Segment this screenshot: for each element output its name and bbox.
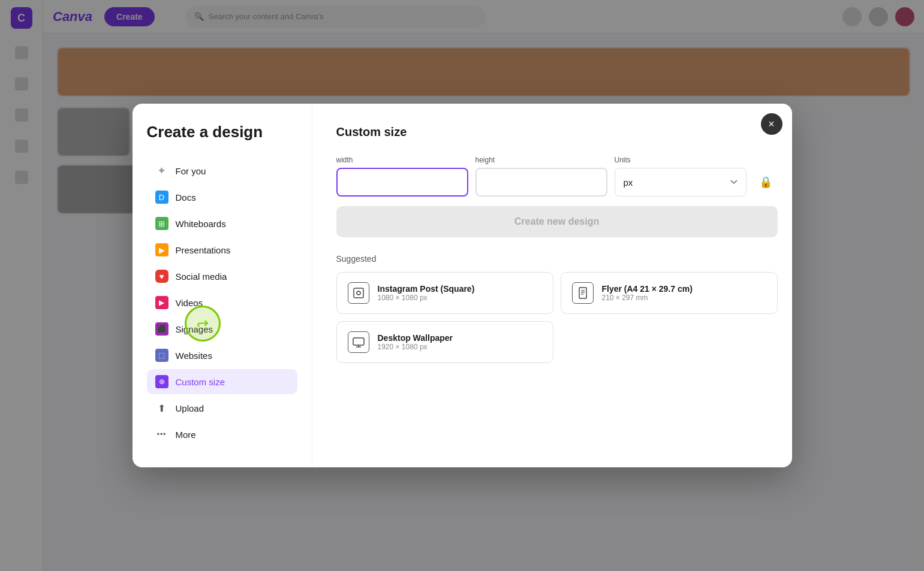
nav-item-label-presentations: Presentations xyxy=(176,245,231,255)
svg-rect-0 xyxy=(354,288,363,298)
nav-item-websites[interactable]: ⬚ Websites xyxy=(147,343,297,368)
lock-aspect-ratio-button[interactable]: 🔒 xyxy=(754,168,778,197)
instagram-post-dims: 1080 × 1080 px xyxy=(378,294,475,302)
suggested-label: Suggested xyxy=(336,254,778,264)
suggested-card-desktop-wallpaper[interactable]: Desktop Wallpaper 1920 × 1080 px xyxy=(336,321,553,363)
nav-item-label-custom-size: Custom size xyxy=(176,377,225,387)
videos-icon: ▶ xyxy=(155,296,168,309)
desktop-wallpaper-dims: 1920 × 1080 px xyxy=(378,343,453,351)
dimensions-row: width height Units px in cm mm xyxy=(336,156,778,197)
desktop-wallpaper-text: Desktop Wallpaper 1920 × 1080 px xyxy=(378,333,453,351)
nav-item-social-media[interactable]: ♥ Social media xyxy=(147,264,297,289)
modal-title: Create a design xyxy=(147,123,297,141)
nav-item-more[interactable]: ••• More xyxy=(147,422,297,447)
suggested-card-flyer[interactable]: Flyer (A4 21 × 29.7 cm) 210 × 297 mm xyxy=(561,272,778,314)
width-label: width xyxy=(336,156,468,164)
units-select[interactable]: px in cm mm xyxy=(615,168,747,197)
nav-item-label-docs: Docs xyxy=(176,192,196,203)
units-group: Units px in cm mm xyxy=(615,156,747,197)
nav-item-label-websites: Websites xyxy=(176,351,212,361)
nav-item-presentations[interactable]: ▶ Presentations xyxy=(147,237,297,262)
flyer-icon xyxy=(572,282,594,304)
instagram-post-icon xyxy=(348,282,369,304)
cursor-indicator: ↩ xyxy=(185,306,221,342)
flyer-text: Flyer (A4 21 × 29.7 cm) 210 × 297 mm xyxy=(602,284,693,302)
desktop-wallpaper-name: Desktop Wallpaper xyxy=(378,333,453,343)
websites-icon: ⬚ xyxy=(155,349,168,362)
svg-point-1 xyxy=(357,291,360,295)
more-icon: ••• xyxy=(155,428,168,441)
presentations-icon: ▶ xyxy=(155,243,168,256)
flyer-dims: 210 × 297 mm xyxy=(602,294,693,302)
nav-item-label-for-you: For you xyxy=(176,166,206,176)
width-group: width xyxy=(336,156,468,197)
create-new-design-button[interactable]: Create new design xyxy=(336,206,778,237)
height-label: height xyxy=(475,156,607,164)
width-input[interactable] xyxy=(336,168,468,197)
modal-overlay: × Create a design ✦ For you D Docs ⊞ xyxy=(0,0,924,571)
nav-item-label-social-media: Social media xyxy=(176,271,227,282)
create-design-modal: × Create a design ✦ For you D Docs ⊞ xyxy=(133,104,792,467)
custom-size-heading: Custom size xyxy=(336,125,778,139)
nav-item-whiteboards[interactable]: ⊞ Whiteboards xyxy=(147,211,297,236)
modal-close-button[interactable]: × xyxy=(761,113,782,135)
nav-item-upload[interactable]: ⬆ Upload xyxy=(147,395,297,421)
suggested-card-instagram[interactable]: Instagram Post (Square) 1080 × 1080 px xyxy=(336,272,553,314)
custom-size-icon: ⊕ xyxy=(155,375,168,388)
height-input[interactable] xyxy=(475,168,607,197)
nav-item-label-more: More xyxy=(176,430,196,440)
docs-icon: D xyxy=(155,191,168,204)
social-media-icon: ♥ xyxy=(155,270,168,283)
svg-rect-6 xyxy=(353,338,364,345)
modal-left-panel: Create a design ✦ For you D Docs ⊞ White… xyxy=(133,104,312,467)
desktop-wallpaper-icon xyxy=(348,331,369,353)
instagram-post-name: Instagram Post (Square) xyxy=(378,284,475,294)
upload-icon: ⬆ xyxy=(155,401,168,415)
nav-item-videos[interactable]: ▶ Videos xyxy=(147,290,297,315)
nav-item-signages[interactable]: ⬛ Signages xyxy=(147,316,297,342)
nav-item-docs[interactable]: D Docs xyxy=(147,185,297,210)
height-group: height xyxy=(475,156,607,197)
for-you-icon: ✦ xyxy=(155,164,168,177)
suggested-grid: Instagram Post (Square) 1080 × 1080 px xyxy=(336,272,778,363)
nav-item-label-upload: Upload xyxy=(176,403,204,413)
nav-item-label-whiteboards: Whiteboards xyxy=(176,219,226,229)
nav-item-custom-size[interactable]: ⊕ Custom size xyxy=(147,369,297,394)
signages-icon: ⬛ xyxy=(155,322,168,336)
modal-right-panel: Custom size width height Units px in cm xyxy=(312,104,802,467)
flyer-name: Flyer (A4 21 × 29.7 cm) xyxy=(602,284,693,294)
whiteboards-icon: ⊞ xyxy=(155,217,168,230)
svg-rect-2 xyxy=(579,288,586,298)
instagram-post-text: Instagram Post (Square) 1080 × 1080 px xyxy=(378,284,475,302)
cursor-arrow-icon: ↩ xyxy=(197,315,209,332)
nav-item-for-you[interactable]: ✦ For you xyxy=(147,158,297,183)
units-label: Units xyxy=(615,156,747,164)
